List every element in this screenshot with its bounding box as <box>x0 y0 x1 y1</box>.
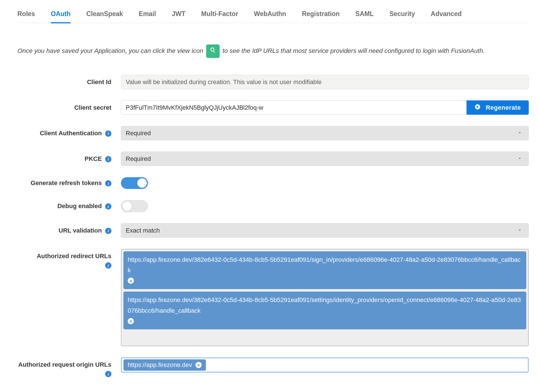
redirect-url-tag: https://app.firezone.dev/382e6432-0c5d-4… <box>123 292 526 329</box>
client-auth-select[interactable]: Required <box>121 126 529 140</box>
client-auth-value: Required <box>126 130 151 137</box>
client-secret-input[interactable] <box>121 100 467 115</box>
tab-advanced[interactable]: Advanced <box>431 10 462 23</box>
remove-tag-button[interactable] <box>128 318 134 324</box>
redirect-url-text: https://app.firezone.dev/382e6432-0c5d-4… <box>128 256 521 274</box>
tab-jwt[interactable]: JWT <box>172 10 186 23</box>
label-generate-refresh: Generate refresh tokens <box>31 179 102 186</box>
tabs-bar: Roles OAuth CleanSpeak Email JWT Multi-F… <box>17 0 529 23</box>
chevron-down-icon <box>517 130 522 137</box>
chevron-down-icon <box>517 227 522 234</box>
chevron-down-icon <box>517 155 522 163</box>
intro-prefix: Once you have saved your Application, yo… <box>17 47 203 54</box>
info-icon[interactable] <box>105 180 111 186</box>
tab-oauth[interactable]: OAuth <box>51 10 71 23</box>
arrow-right-circle-icon <box>474 104 481 112</box>
url-validation-value: Exact match <box>126 227 160 234</box>
label-auth-origin: Authorized request origin URLs <box>18 361 111 368</box>
toggle-knob <box>137 178 147 188</box>
label-client-id: Client Id <box>17 78 121 87</box>
remove-tag-button[interactable] <box>195 362 202 368</box>
redirect-url-tagbox[interactable]: https://app.firezone.dev/382e6432-0c5d-4… <box>121 249 529 346</box>
intro-suffix: to see the IdP URLs that most service pr… <box>222 47 485 54</box>
label-client-secret: Client secret <box>17 103 121 112</box>
debug-enabled-toggle[interactable] <box>121 200 148 212</box>
label-client-auth: Client Authentication <box>40 130 102 137</box>
tab-multifactor[interactable]: Multi-Factor <box>201 10 238 23</box>
close-icon <box>129 316 132 326</box>
view-icon-button[interactable] <box>206 44 220 58</box>
origin-url-text: https://app.firezone.dev <box>128 361 192 369</box>
regenerate-button[interactable]: Regenerate <box>467 100 529 115</box>
info-icon[interactable] <box>105 228 111 234</box>
redirect-url-input[interactable] <box>123 333 526 344</box>
close-icon <box>129 276 132 286</box>
tab-saml[interactable]: SAML <box>356 10 374 23</box>
label-url-validation: URL validation <box>58 227 102 234</box>
toggle-knob <box>122 202 132 211</box>
origin-url-pill: https://app.firezone.dev <box>123 359 206 371</box>
redirect-url-text: https://app.firezone.dev/382e6432-0c5d-4… <box>128 296 521 314</box>
info-icon[interactable] <box>105 371 111 377</box>
info-icon[interactable] <box>105 203 111 209</box>
intro-text: Once you have saved your Application, yo… <box>17 44 529 58</box>
client-id-field: Value will be initialized during creatio… <box>121 75 529 89</box>
generate-refresh-toggle[interactable] <box>121 177 148 189</box>
tab-roles[interactable]: Roles <box>17 10 35 23</box>
tab-webauthn[interactable]: WebAuthn <box>254 10 286 23</box>
regenerate-label: Regenerate <box>486 104 521 111</box>
pkce-value: Required <box>126 155 151 163</box>
remove-tag-button[interactable] <box>128 278 134 284</box>
url-validation-select[interactable]: Exact match <box>121 223 529 238</box>
tab-security[interactable]: Security <box>390 10 415 23</box>
info-icon[interactable] <box>105 262 111 269</box>
search-icon <box>210 45 216 57</box>
pkce-select[interactable]: Required <box>121 152 529 166</box>
label-pkce: PKCE <box>85 155 102 162</box>
origin-url-input[interactable] <box>209 360 526 370</box>
info-icon[interactable] <box>105 130 111 137</box>
label-auth-redirect: Authorized redirect URLs <box>37 253 111 260</box>
redirect-url-tag: https://app.firezone.dev/382e6432-0c5d-4… <box>123 251 526 289</box>
origin-url-tagbox[interactable]: https://app.firezone.dev <box>121 357 529 373</box>
info-icon[interactable] <box>105 156 111 162</box>
tab-registration[interactable]: Registration <box>302 10 339 23</box>
label-debug-enabled: Debug enabled <box>57 202 102 209</box>
close-icon <box>197 361 200 369</box>
tab-email[interactable]: Email <box>139 10 156 23</box>
tab-cleanspeak[interactable]: CleanSpeak <box>86 10 123 23</box>
